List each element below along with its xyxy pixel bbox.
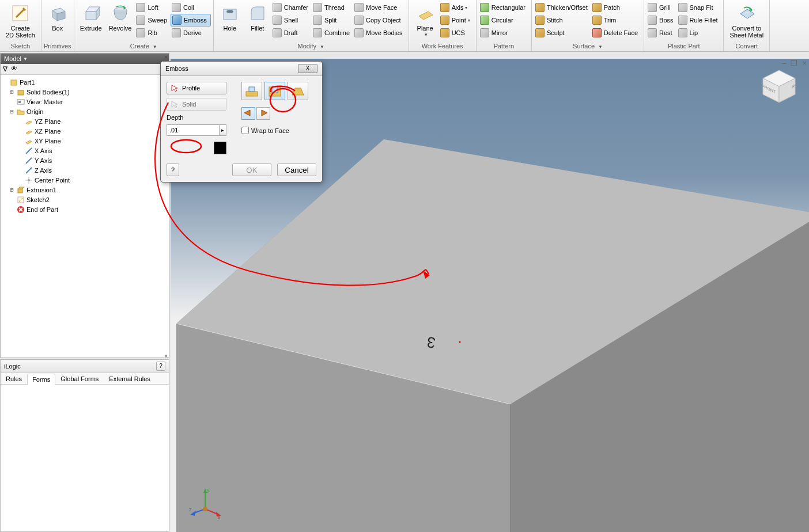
cancel-button[interactable]: Cancel [277,164,316,176]
emboss-icon [172,16,182,25]
rest-button[interactable]: Rest [647,26,676,39]
rib-button[interactable]: Rib [135,26,171,39]
ilogic-tab-global-forms[interactable]: Global Forms [55,373,104,384]
stitch-button[interactable]: Stitch [534,14,591,26]
loft-button[interactable]: Loft [135,1,171,14]
viewport-close-icon[interactable]: × [802,59,807,67]
tree-item-sketch2[interactable]: Sketch2 [1,195,169,204]
engrave-from-face-button[interactable] [264,82,285,100]
ilogic-help-icon[interactable]: ? [156,362,165,371]
depth-input[interactable] [167,124,220,136]
grill-button[interactable]: Grill [647,1,676,14]
move-face-button[interactable]: Move Face [353,1,406,14]
svg-marker-61 [262,110,267,116]
ok-button[interactable]: OK [232,164,271,176]
delete-face-button[interactable]: Delete Face [591,26,641,39]
model-panel-header[interactable]: Model▼ [1,54,169,64]
tree-item-end-of-part[interactable]: End of Part [1,204,169,214]
shell-button[interactable]: Shell [271,14,312,26]
ribbon-group-plastic-part: GrillBossRestSnap FitRule FilletLipPlast… [644,0,724,51]
filter-icon[interactable]: ∇ [3,65,7,73]
emboss-from-face-button[interactable] [241,82,262,100]
revolve-button[interactable]: Revolve [105,1,135,33]
ilogic-tab-rules[interactable]: Rules [1,373,27,384]
tree-item-yz-plane[interactable]: YZ Plane [1,116,169,126]
trim-button[interactable]: Trim [591,14,641,26]
lip-icon [678,28,687,37]
emboss-engrave-from-plane-button[interactable] [288,82,308,100]
svg-point-44 [459,341,461,343]
direction-2-button[interactable] [256,107,270,120]
ucs-button[interactable]: UCS [439,26,474,39]
viewcube[interactable]: FRONT RIGHT [761,68,797,105]
draft-button[interactable]: Draft [271,26,312,39]
rule-fillet-button[interactable]: Rule Fillet [677,14,721,26]
solidbody-icon [17,88,25,96]
axis-button[interactable]: Axis▾ [439,1,474,14]
box-button[interactable]: Box [44,1,71,33]
direction-1-button[interactable] [241,107,255,120]
tree-item-x-axis[interactable]: X Axis [1,146,169,155]
copy-object-button[interactable]: Copy Object [353,14,406,26]
circular-button[interactable]: Circular [479,14,529,26]
mirror-button[interactable]: Mirror [479,26,529,39]
split-icon [313,16,322,25]
coil-button[interactable]: Coil [171,1,211,14]
point-button[interactable]: Point▾ [439,14,474,26]
svg-marker-28 [18,187,24,189]
lip-button[interactable]: Lip [677,26,721,39]
chamfer-button[interactable]: Chamfer [271,1,312,14]
color-swatch[interactable] [214,142,226,154]
solid-select-button[interactable]: Solid [167,98,226,111]
dialog-close-button[interactable]: X [298,64,317,73]
derive-button[interactable]: Derive [171,26,211,39]
tree-item-y-axis[interactable]: Y Axis [1,155,169,165]
ilogic-tab-external-rules[interactable]: External Rules [104,373,156,384]
svg-rect-15 [18,90,24,95]
rectangular-button[interactable]: Rectangular [479,1,529,14]
find-icon[interactable]: 👁 [11,65,17,73]
dialog-help-button[interactable]: ? [167,164,179,176]
plane-button[interactable]: Plane▼ [411,1,439,40]
boss-button[interactable]: Boss [647,14,676,26]
split-button[interactable]: Split [312,14,353,26]
move-bodies-button[interactable]: Move Bodies [353,26,406,39]
circular-icon [480,16,489,25]
extrude-button[interactable]: Extrude [77,1,105,33]
tree-item-view-master[interactable]: View: Master [1,97,169,107]
sweep-button[interactable]: Sweep [135,14,171,26]
tree-root[interactable]: Part1 [1,77,169,87]
profile-select-button[interactable]: Profile [167,82,226,94]
convert-to-button[interactable]: Convert toSheet Metal [726,1,767,40]
tree-item-center-point[interactable]: Center Point [1,175,169,185]
patch-button[interactable]: Patch [591,1,641,14]
combine-button[interactable]: Combine [312,26,353,39]
hole-button[interactable]: Hole [216,1,244,33]
svg-text:z: z [189,507,192,512]
snap-fit-button[interactable]: Snap Fit [677,1,721,14]
svg-marker-11 [419,12,433,20]
part-icon [10,78,18,86]
create-button[interactable]: Create2D Sketch [2,1,39,40]
tree-item-xy-plane[interactable]: XY Plane [1,136,169,146]
viewport-restore-icon[interactable]: ❐ [791,59,797,67]
sculpt-button[interactable]: Sculpt [534,26,591,39]
tree-item-origin[interactable]: ⊟Origin [1,107,169,116]
panel-close-icon[interactable]: × [164,54,168,60]
thicken-offset-icon [535,3,545,12]
thread-button[interactable]: Thread [312,1,353,14]
tree-item-xz-plane[interactable]: XZ Plane [1,126,169,136]
viewport-minimize-icon[interactable]: – [782,59,786,67]
ilogic-close-icon[interactable]: × [164,353,168,359]
thicken-offset-button[interactable]: Thicken/Offset [534,1,591,14]
fillet-button[interactable]: Fillet [244,1,271,33]
tree-item-extrusion1[interactable]: ⊞Extrusion1 [1,185,169,195]
eop-icon [17,206,25,214]
tree-item-solid-bodies-1-[interactable]: ⊞Solid Bodies(1) [1,87,169,97]
tree-item-z-axis[interactable]: Z Axis [1,165,169,175]
ilogic-tab-forms[interactable]: Forms [27,374,55,385]
wrap-to-face-checkbox[interactable]: Wrap to Face [241,127,308,134]
emboss-button[interactable]: Emboss [171,14,211,26]
revolve-icon [110,3,131,24]
depth-flyout-button[interactable]: ▸ [220,124,226,136]
